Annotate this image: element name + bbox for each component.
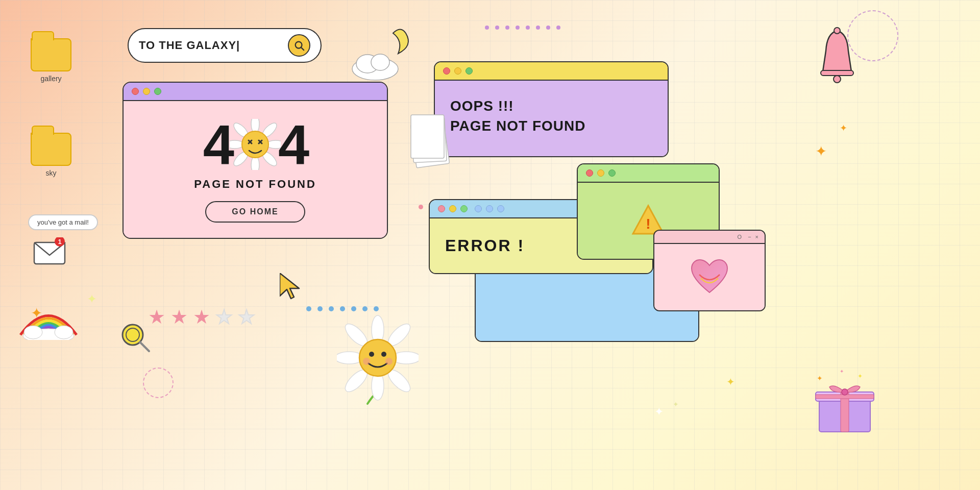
svg-point-56 <box>842 389 848 395</box>
svg-point-27 <box>834 28 840 34</box>
svg-point-29 <box>834 76 841 83</box>
go-home-button[interactable]: GO HOME <box>205 201 305 223</box>
blue-dot <box>351 306 356 311</box>
moon-cloud-svg <box>347 26 413 82</box>
svg-marker-21 <box>280 273 299 299</box>
folder-gallery[interactable]: gallery <box>31 38 71 83</box>
rainbow-svg <box>18 294 79 340</box>
star-2: ★ <box>170 307 188 327</box>
gift-box-svg: ✦ ✦ ✦ <box>812 365 878 437</box>
folder-label-gallery: gallery <box>40 75 61 83</box>
window-small-body <box>654 244 765 310</box>
window-error-dot4 <box>475 205 482 212</box>
daisy-large <box>337 314 419 408</box>
window-alert-dot-green <box>608 169 616 177</box>
window-oops-body: OOPS !!! PAGE NOT FOUND <box>435 81 668 156</box>
window-small-ctrl-x: × <box>755 234 758 240</box>
window-dot-red <box>132 88 139 95</box>
blue-dot <box>374 306 379 311</box>
svg-point-7 <box>371 54 389 70</box>
window-404: 4 4 <box>122 82 388 239</box>
svg-text:✦: ✦ <box>817 374 823 382</box>
mail-icon: 1 <box>33 237 66 265</box>
sparkle-2: ✦ <box>815 143 827 160</box>
blue-dot <box>329 306 334 311</box>
svg-line-32 <box>140 342 149 351</box>
error-4-right: 4 <box>278 116 307 173</box>
window-dot-green <box>154 88 161 95</box>
svg-point-46 <box>381 352 386 357</box>
blue-dot <box>306 306 311 311</box>
oops-line2: PAGE NOT FOUND <box>450 116 652 136</box>
window-oops-dot-red <box>443 67 450 75</box>
svg-line-1 <box>301 47 304 50</box>
sparkle-3: ✦ <box>840 122 847 134</box>
window-error-dot5 <box>486 205 493 212</box>
window-oops-titlebar <box>435 62 668 81</box>
rainbow-wrap <box>18 294 79 342</box>
dot <box>516 26 520 30</box>
bell-svg <box>812 26 863 87</box>
window-alert-dot-yellow <box>597 169 604 177</box>
dot <box>505 26 509 30</box>
star-3: ★ <box>193 307 210 327</box>
dot <box>536 26 540 30</box>
window-oops: OOPS !!! PAGE NOT FOUND <box>434 61 669 157</box>
window-error-dot1 <box>438 205 445 212</box>
svg-text:✦: ✦ <box>857 373 863 380</box>
dot <box>495 26 499 30</box>
mail-notification-text: you've got a mail! <box>37 218 89 226</box>
svg-point-34 <box>24 326 42 339</box>
search-icon <box>293 40 305 51</box>
gift-box-wrap: ✦ ✦ ✦ <box>812 365 878 439</box>
dot <box>556 26 560 30</box>
window-small-titlebar: O − × <box>654 231 765 244</box>
window-error-dot3 <box>460 205 468 212</box>
window-oops-dot-green <box>465 67 473 75</box>
dashed-circle-bottom <box>143 368 174 398</box>
pink-dot <box>419 205 423 209</box>
blue-dots-row <box>306 306 379 311</box>
window-small-ctrl-minus: − <box>748 234 751 240</box>
svg-rect-26 <box>411 115 444 158</box>
error-404-display: 4 4 <box>134 116 377 173</box>
window-404-titlebar <box>124 83 387 101</box>
svg-rect-28 <box>821 70 853 76</box>
window-small-ctrl-o: O <box>738 234 742 240</box>
search-button[interactable] <box>288 34 310 57</box>
search-bar[interactable]: TO THE GALAXY| <box>128 28 322 63</box>
window-dot-yellow <box>143 88 150 95</box>
svg-text:!: ! <box>646 216 650 232</box>
folder-icon-gallery <box>31 38 71 71</box>
folder-sky[interactable]: sky <box>31 133 71 177</box>
sparkle-4: ✦ <box>726 376 735 388</box>
folder-icon-sky <box>31 133 71 166</box>
window-alert-dot-red <box>586 169 593 177</box>
mail-notification: you've got a mail! <box>28 214 98 230</box>
mail-icon-wrap: 1 <box>33 237 66 267</box>
page-not-found-label: PAGE NOT FOUND <box>134 178 377 191</box>
flower-404-icon <box>230 119 281 170</box>
window-alert-titlebar <box>578 164 719 183</box>
dot <box>485 26 489 30</box>
purple-dots-top <box>485 26 560 30</box>
svg-point-45 <box>369 352 374 357</box>
dot <box>526 26 530 30</box>
dot <box>546 26 550 30</box>
search-input[interactable]: TO THE GALAXY| <box>139 39 283 52</box>
cursor-arrow <box>280 273 303 303</box>
sparkle-yellow: ✦ <box>87 292 97 306</box>
daisy-large-svg <box>337 314 419 406</box>
oops-line1: OOPS !!! <box>450 96 652 116</box>
window-small-heart: O − × <box>653 230 766 311</box>
svg-point-48 <box>385 358 393 365</box>
papers-stack <box>408 112 454 170</box>
blue-dot <box>317 306 323 311</box>
window-error-dot6 <box>497 205 504 212</box>
star-4: ★ <box>215 307 233 327</box>
folder-label-sky: sky <box>46 169 57 177</box>
window-404-body: 4 4 <box>124 101 387 238</box>
blue-dot <box>340 306 345 311</box>
svg-text:1: 1 <box>58 238 61 246</box>
bell-icon-wrap <box>812 26 863 89</box>
